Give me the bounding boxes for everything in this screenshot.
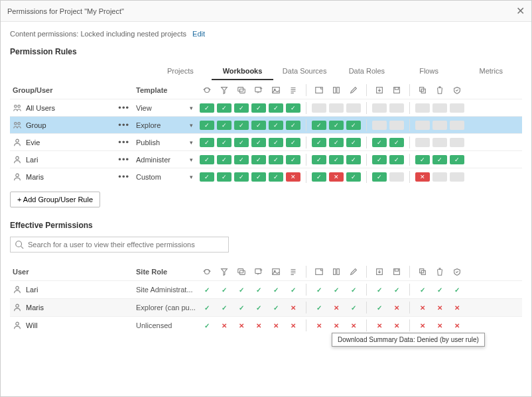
perm-cell[interactable] [432, 121, 447, 130]
rule-row[interactable]: Maris•••Custom▾✓✓✓✓✓✕✓✕✓✓✕ [10, 168, 522, 185]
perm-cell[interactable]: ✓ [372, 155, 387, 164]
perm-cell[interactable] [415, 103, 430, 113]
perm-cell[interactable] [415, 121, 430, 130]
perm-cell[interactable] [432, 172, 447, 182]
perm-cell[interactable]: ✓ [234, 155, 249, 164]
rule-row[interactable]: Group•••Explore▾✓✓✓✓✓✓✓✓✓ [10, 116, 522, 133]
perm-cell[interactable]: ✓ [389, 138, 404, 147]
perm-cell[interactable]: ✓ [269, 172, 283, 182]
rule-row[interactable]: All Users•••View▾✓✓✓✓✓✓ [10, 99, 522, 116]
tab-workbooks[interactable]: Workbooks [212, 63, 274, 80]
perm-cell[interactable]: ✓ [286, 138, 300, 147]
perm-cell[interactable] [329, 103, 344, 113]
perm-cell[interactable]: ✓ [217, 121, 232, 130]
rule-actions-menu[interactable]: ••• [118, 154, 129, 164]
perm-cell[interactable]: ✓ [372, 172, 387, 182]
perm-cell[interactable]: ✓ [432, 155, 447, 164]
perm-cell[interactable]: ✓ [251, 138, 266, 147]
perm-cell[interactable]: ✕ [329, 172, 344, 182]
add-group-user-rule-button[interactable]: + Add Group/User Rule [10, 192, 100, 207]
perm-cell[interactable] [450, 103, 464, 113]
perm-cell[interactable] [389, 172, 404, 182]
perm-cell[interactable]: ✕ [286, 172, 300, 182]
perm-cell[interactable] [450, 172, 464, 182]
svg-point-18 [16, 139, 19, 142]
rule-row[interactable]: Evie•••Publish▾✓✓✓✓✓✓✓✓✓✓✓ [10, 133, 522, 150]
perm-cell[interactable]: ✓ [346, 138, 361, 147]
perm-cell[interactable] [450, 138, 464, 147]
perm-cell[interactable]: ✓ [312, 172, 326, 182]
perm-cell[interactable]: ✓ [200, 103, 214, 113]
perm-cell[interactable]: ✓ [200, 155, 214, 164]
perm-cell[interactable]: ✓ [217, 138, 232, 147]
perm-cell[interactable]: ✓ [234, 103, 249, 113]
template-select[interactable]: Custom▾ [136, 173, 200, 181]
effective-search-input[interactable] [28, 241, 224, 249]
tab-data-roles[interactable]: Data Roles [336, 63, 398, 80]
tab-metrics[interactable]: Metrics [460, 63, 522, 80]
perm-cell[interactable]: ✓ [415, 155, 430, 164]
perm-cell[interactable]: ✓ [217, 172, 232, 182]
perm-cell[interactable]: ✓ [269, 103, 283, 113]
perm-cell[interactable]: ✓ [346, 172, 361, 182]
close-icon[interactable]: ✕ [516, 5, 525, 17]
perm-cell[interactable]: ✓ [329, 155, 344, 164]
perm-cell[interactable]: ✓ [312, 121, 326, 130]
perm-cell[interactable]: ✓ [450, 155, 464, 164]
perm-cell[interactable]: ✓ [251, 155, 266, 164]
perm-cell[interactable]: ✓ [269, 155, 283, 164]
perm-cell[interactable]: ✓ [286, 121, 300, 130]
tab-flows[interactable]: Flows [398, 63, 460, 80]
perm-cell[interactable] [346, 103, 361, 113]
template-select[interactable]: View▾ [136, 104, 200, 112]
perm-cell[interactable]: ✓ [312, 155, 326, 164]
perm-cell[interactable]: ✓ [251, 172, 266, 182]
rule-actions-menu[interactable]: ••• [118, 137, 129, 147]
perm-cell[interactable]: ✓ [312, 138, 326, 147]
perm-cell[interactable] [450, 121, 464, 130]
effective-search[interactable] [10, 237, 229, 253]
perm-cell[interactable]: ✓ [251, 121, 266, 130]
perm-cell[interactable]: ✓ [200, 172, 214, 182]
template-select[interactable]: Explore▾ [136, 121, 200, 129]
perm-cell[interactable] [432, 103, 447, 113]
perm-cell[interactable]: ✓ [329, 121, 344, 130]
rule-actions-menu[interactable]: ••• [118, 120, 129, 130]
perm-cell[interactable]: ✓ [234, 121, 249, 130]
perm-cell[interactable]: ✓ [372, 138, 387, 147]
perm-cell[interactable] [372, 103, 387, 113]
perm-cell[interactable]: ✓ [286, 155, 300, 164]
search-icon [15, 240, 24, 249]
perm-cell[interactable]: ✕ [415, 172, 430, 182]
perm-cell[interactable]: ✓ [286, 103, 300, 113]
perm-cell[interactable]: ✓ [269, 121, 283, 130]
perm-cell[interactable]: ✓ [200, 138, 214, 147]
perm-cell[interactable]: ✓ [346, 121, 361, 130]
rule-actions-menu[interactable]: ••• [118, 172, 129, 182]
perm-cell[interactable]: ✓ [269, 138, 283, 147]
perm-cell[interactable]: ✓ [329, 138, 344, 147]
perm-cell[interactable]: ✓ [217, 103, 232, 113]
perm-cell[interactable] [432, 138, 447, 147]
edit-content-permissions-link[interactable]: Edit [192, 30, 205, 38]
summary-icon [286, 85, 300, 95]
perm-cell[interactable]: ✓ [389, 155, 404, 164]
tab-projects[interactable]: Projects [149, 63, 212, 80]
template-select[interactable]: Publish▾ [136, 139, 200, 146]
perm-cell[interactable] [389, 121, 404, 130]
rule-actions-menu[interactable]: ••• [118, 103, 129, 113]
template-select[interactable]: Administer▾ [136, 156, 200, 164]
perm-cell[interactable] [372, 121, 387, 130]
perm-cell[interactable]: ✓ [217, 155, 232, 164]
perm-cell[interactable]: ✓ [234, 138, 249, 147]
effective-cell: ✓ [312, 285, 326, 294]
perm-cell[interactable] [312, 103, 326, 113]
tab-data-sources[interactable]: Data Sources [273, 63, 336, 80]
perm-cell[interactable] [389, 103, 404, 113]
perm-cell[interactable]: ✓ [234, 172, 249, 182]
perm-cell[interactable]: ✓ [251, 103, 266, 113]
rule-row[interactable]: Lari•••Administer▾✓✓✓✓✓✓✓✓✓✓✓✓✓✓ [10, 150, 522, 168]
perm-cell[interactable] [415, 138, 430, 147]
perm-cell[interactable]: ✓ [200, 121, 214, 130]
perm-cell[interactable]: ✓ [346, 155, 361, 164]
